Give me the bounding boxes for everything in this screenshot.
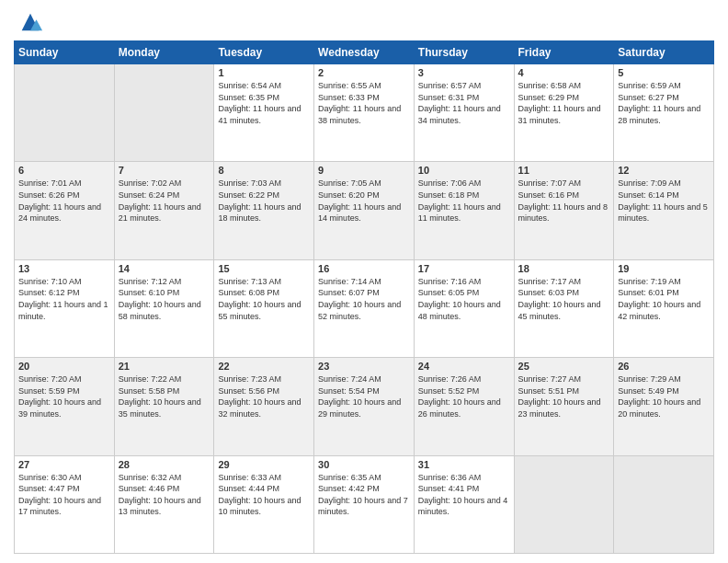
calendar-cell: 16Sunrise: 7:14 AM Sunset: 6:07 PM Dayli… <box>314 259 415 357</box>
day-number: 19 <box>618 263 710 274</box>
day-number: 7 <box>119 165 210 176</box>
day-info: Sunrise: 7:06 AM Sunset: 6:18 PM Dayligh… <box>418 178 510 224</box>
calendar-cell: 12Sunrise: 7:09 AM Sunset: 6:14 PM Dayli… <box>614 162 714 259</box>
calendar-cell: 5Sunrise: 6:59 AM Sunset: 6:27 PM Daylig… <box>614 64 714 162</box>
calendar-cell: 18Sunrise: 7:17 AM Sunset: 6:03 PM Dayli… <box>514 259 614 357</box>
day-number: 18 <box>518 263 610 274</box>
day-info: Sunrise: 6:57 AM Sunset: 6:31 PM Dayligh… <box>418 80 510 126</box>
calendar-cell: 13Sunrise: 7:10 AM Sunset: 6:12 PM Dayli… <box>15 259 115 357</box>
col-friday: Friday <box>514 41 614 64</box>
day-number: 23 <box>318 361 410 372</box>
day-info: Sunrise: 7:01 AM Sunset: 6:26 PM Dayligh… <box>18 178 110 224</box>
day-info: Sunrise: 6:35 AM Sunset: 4:42 PM Dayligh… <box>318 472 410 518</box>
day-number: 31 <box>418 459 510 470</box>
calendar-cell: 3Sunrise: 6:57 AM Sunset: 6:31 PM Daylig… <box>414 64 514 162</box>
calendar-cell: 21Sunrise: 7:22 AM Sunset: 5:58 PM Dayli… <box>114 358 214 455</box>
day-number: 21 <box>119 361 210 372</box>
day-number: 13 <box>18 263 110 274</box>
calendar-cell <box>15 64 115 162</box>
header <box>14 9 714 35</box>
day-number: 14 <box>119 263 210 274</box>
day-number: 5 <box>618 67 710 78</box>
day-info: Sunrise: 7:17 AM Sunset: 6:03 PM Dayligh… <box>518 276 610 322</box>
col-sunday: Sunday <box>15 41 115 64</box>
calendar-cell: 28Sunrise: 6:32 AM Sunset: 4:46 PM Dayli… <box>114 455 214 553</box>
day-info: Sunrise: 7:19 AM Sunset: 6:01 PM Dayligh… <box>618 276 710 322</box>
day-number: 25 <box>518 361 610 372</box>
day-info: Sunrise: 7:27 AM Sunset: 5:51 PM Dayligh… <box>518 373 610 419</box>
day-info: Sunrise: 6:59 AM Sunset: 6:27 PM Dayligh… <box>618 80 710 126</box>
calendar-cell: 30Sunrise: 6:35 AM Sunset: 4:42 PM Dayli… <box>314 455 415 553</box>
day-number: 10 <box>418 165 510 176</box>
day-info: Sunrise: 7:16 AM Sunset: 6:05 PM Dayligh… <box>418 276 510 322</box>
day-number: 1 <box>218 67 310 78</box>
calendar-cell: 10Sunrise: 7:06 AM Sunset: 6:18 PM Dayli… <box>414 162 514 259</box>
day-info: Sunrise: 7:14 AM Sunset: 6:07 PM Dayligh… <box>318 276 410 322</box>
calendar-cell: 26Sunrise: 7:29 AM Sunset: 5:49 PM Dayli… <box>614 358 714 455</box>
day-number: 15 <box>218 263 310 274</box>
calendar-cell: 29Sunrise: 6:33 AM Sunset: 4:44 PM Dayli… <box>214 455 314 553</box>
calendar-header-row: Sunday Monday Tuesday Wednesday Thursday… <box>15 41 714 64</box>
calendar-cell: 20Sunrise: 7:20 AM Sunset: 5:59 PM Dayli… <box>15 358 115 455</box>
calendar-week-5: 27Sunrise: 6:30 AM Sunset: 4:47 PM Dayli… <box>15 455 714 553</box>
day-number: 9 <box>318 165 410 176</box>
col-wednesday: Wednesday <box>314 41 415 64</box>
day-info: Sunrise: 7:03 AM Sunset: 6:22 PM Dayligh… <box>218 178 310 224</box>
day-info: Sunrise: 7:22 AM Sunset: 5:58 PM Dayligh… <box>119 373 210 419</box>
day-info: Sunrise: 7:02 AM Sunset: 6:24 PM Dayligh… <box>119 178 210 224</box>
logo <box>14 9 43 35</box>
col-thursday: Thursday <box>414 41 514 64</box>
day-info: Sunrise: 6:30 AM Sunset: 4:47 PM Dayligh… <box>18 472 110 518</box>
calendar-cell <box>614 455 714 553</box>
calendar-cell: 31Sunrise: 6:36 AM Sunset: 4:41 PM Dayli… <box>414 455 514 553</box>
day-number: 2 <box>318 67 410 78</box>
calendar-cell <box>514 455 614 553</box>
day-number: 27 <box>18 459 110 470</box>
day-info: Sunrise: 7:23 AM Sunset: 5:56 PM Dayligh… <box>218 373 310 419</box>
day-number: 11 <box>518 165 610 176</box>
calendar-cell: 17Sunrise: 7:16 AM Sunset: 6:05 PM Dayli… <box>414 259 514 357</box>
day-number: 30 <box>318 459 410 470</box>
calendar-cell: 9Sunrise: 7:05 AM Sunset: 6:20 PM Daylig… <box>314 162 415 259</box>
day-info: Sunrise: 6:32 AM Sunset: 4:46 PM Dayligh… <box>119 472 210 518</box>
day-info: Sunrise: 7:09 AM Sunset: 6:14 PM Dayligh… <box>618 178 710 224</box>
day-number: 4 <box>518 67 610 78</box>
day-number: 29 <box>218 459 310 470</box>
day-number: 22 <box>218 361 310 372</box>
calendar-cell: 22Sunrise: 7:23 AM Sunset: 5:56 PM Dayli… <box>214 358 314 455</box>
calendar-week-1: 1Sunrise: 6:54 AM Sunset: 6:35 PM Daylig… <box>15 64 714 162</box>
calendar-cell: 6Sunrise: 7:01 AM Sunset: 6:26 PM Daylig… <box>15 162 115 259</box>
day-info: Sunrise: 7:05 AM Sunset: 6:20 PM Dayligh… <box>318 178 410 224</box>
calendar-week-2: 6Sunrise: 7:01 AM Sunset: 6:26 PM Daylig… <box>15 162 714 259</box>
day-number: 3 <box>418 67 510 78</box>
calendar-cell: 23Sunrise: 7:24 AM Sunset: 5:54 PM Dayli… <box>314 358 415 455</box>
col-monday: Monday <box>114 41 214 64</box>
calendar-week-3: 13Sunrise: 7:10 AM Sunset: 6:12 PM Dayli… <box>15 259 714 357</box>
day-info: Sunrise: 7:29 AM Sunset: 5:49 PM Dayligh… <box>618 373 710 419</box>
calendar-cell: 19Sunrise: 7:19 AM Sunset: 6:01 PM Dayli… <box>614 259 714 357</box>
day-info: Sunrise: 7:07 AM Sunset: 6:16 PM Dayligh… <box>518 178 610 224</box>
calendar-cell: 1Sunrise: 6:54 AM Sunset: 6:35 PM Daylig… <box>214 64 314 162</box>
day-info: Sunrise: 6:33 AM Sunset: 4:44 PM Dayligh… <box>218 472 310 518</box>
day-number: 6 <box>18 165 110 176</box>
calendar-cell: 4Sunrise: 6:58 AM Sunset: 6:29 PM Daylig… <box>514 64 614 162</box>
day-info: Sunrise: 7:13 AM Sunset: 6:08 PM Dayligh… <box>218 276 310 322</box>
day-number: 17 <box>418 263 510 274</box>
day-info: Sunrise: 7:26 AM Sunset: 5:52 PM Dayligh… <box>418 373 510 419</box>
col-tuesday: Tuesday <box>214 41 314 64</box>
calendar-cell: 7Sunrise: 7:02 AM Sunset: 6:24 PM Daylig… <box>114 162 214 259</box>
calendar-cell: 25Sunrise: 7:27 AM Sunset: 5:51 PM Dayli… <box>514 358 614 455</box>
day-number: 26 <box>618 361 710 372</box>
calendar: Sunday Monday Tuesday Wednesday Thursday… <box>14 40 714 554</box>
day-info: Sunrise: 7:24 AM Sunset: 5:54 PM Dayligh… <box>318 373 410 419</box>
day-info: Sunrise: 7:10 AM Sunset: 6:12 PM Dayligh… <box>18 276 110 322</box>
calendar-cell: 24Sunrise: 7:26 AM Sunset: 5:52 PM Dayli… <box>414 358 514 455</box>
day-info: Sunrise: 7:12 AM Sunset: 6:10 PM Dayligh… <box>119 276 210 322</box>
calendar-week-4: 20Sunrise: 7:20 AM Sunset: 5:59 PM Dayli… <box>15 358 714 455</box>
calendar-cell: 11Sunrise: 7:07 AM Sunset: 6:16 PM Dayli… <box>514 162 614 259</box>
day-number: 8 <box>218 165 310 176</box>
page: Sunday Monday Tuesday Wednesday Thursday… <box>0 0 728 563</box>
day-info: Sunrise: 7:20 AM Sunset: 5:59 PM Dayligh… <box>18 373 110 419</box>
day-info: Sunrise: 6:58 AM Sunset: 6:29 PM Dayligh… <box>518 80 610 126</box>
logo-icon <box>17 9 43 35</box>
